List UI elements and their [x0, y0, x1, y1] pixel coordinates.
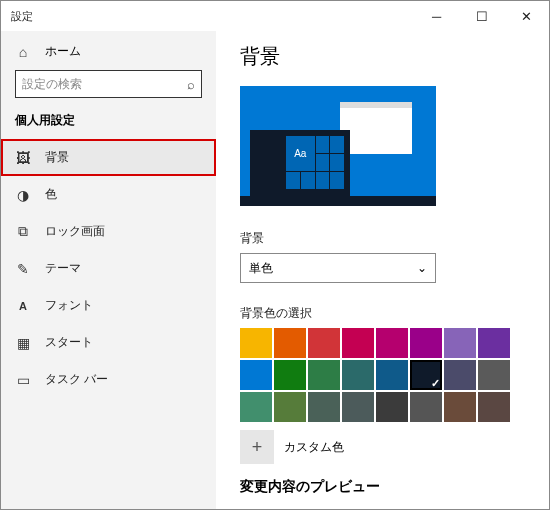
sidebar-item-label: テーマ [45, 260, 81, 277]
preview-changes-heading: 変更内容のプレビュー [240, 478, 525, 496]
sidebar-item-colors[interactable]: ◑ 色 [1, 176, 216, 213]
search-input-wrapper[interactable]: ⌕ [15, 70, 202, 98]
preview-tiles: Aa [286, 136, 344, 190]
picture-icon: 🖼 [15, 150, 31, 166]
color-swatch[interactable] [308, 328, 340, 358]
font-icon: A [15, 298, 31, 314]
maximize-button[interactable]: ☐ [459, 1, 504, 31]
color-swatch[interactable] [478, 360, 510, 390]
preview-window [340, 102, 412, 154]
taskbar-icon: ▭ [15, 372, 31, 388]
color-swatch[interactable] [478, 328, 510, 358]
minimize-button[interactable]: ─ [414, 1, 459, 31]
home-icon: ⌂ [15, 44, 31, 60]
close-button[interactable]: ✕ [504, 1, 549, 31]
chevron-down-icon: ⌄ [417, 261, 427, 275]
color-swatch[interactable] [376, 360, 408, 390]
color-swatch[interactable] [410, 360, 442, 390]
palette-icon: ◑ [15, 187, 31, 203]
background-type-dropdown[interactable]: 単色 ⌄ [240, 253, 436, 283]
color-swatch[interactable] [240, 328, 272, 358]
color-swatch[interactable] [308, 392, 340, 422]
sidebar-item-background[interactable]: 🖼 背景 [1, 139, 216, 176]
preview-sample-text: Aa [286, 136, 315, 171]
dropdown-value: 単色 [249, 260, 273, 277]
window-title: 設定 [11, 9, 33, 24]
sidebar-item-lockscreen[interactable]: ⧉ ロック画面 [1, 213, 216, 250]
lock-icon: ⧉ [15, 224, 31, 240]
sidebar-item-taskbar[interactable]: ▭ タスク バー [1, 361, 216, 398]
home-label: ホーム [45, 43, 81, 60]
sidebar-item-label: スタート [45, 334, 93, 351]
swatch-section-label: 背景色の選択 [240, 305, 525, 322]
color-swatch[interactable] [410, 328, 442, 358]
color-swatch[interactable] [342, 392, 374, 422]
titlebar: 設定 ─ ☐ ✕ [1, 1, 549, 31]
color-swatch[interactable] [308, 360, 340, 390]
plus-icon: + [240, 430, 274, 464]
color-swatch[interactable] [410, 392, 442, 422]
sidebar-section-label: 個人用設定 [1, 112, 216, 139]
home-link[interactable]: ⌂ ホーム [1, 37, 216, 70]
custom-color-button[interactable]: + カスタム色 [240, 430, 525, 464]
sidebar-item-label: フォント [45, 297, 93, 314]
color-swatch[interactable] [240, 392, 272, 422]
color-swatch[interactable] [274, 392, 306, 422]
color-swatch[interactable] [444, 328, 476, 358]
sidebar-item-label: 背景 [45, 149, 69, 166]
preview-taskbar [240, 196, 436, 206]
color-swatch[interactable] [376, 328, 408, 358]
color-swatch[interactable] [376, 392, 408, 422]
color-swatch[interactable] [444, 392, 476, 422]
search-icon: ⌕ [187, 77, 195, 92]
color-swatch[interactable] [342, 328, 374, 358]
color-swatch[interactable] [240, 360, 272, 390]
search-input[interactable] [22, 77, 187, 91]
color-swatch[interactable] [274, 328, 306, 358]
main-panel: 背景 Aa 背景 単色 ⌄ 背景色の選択 + カスタム色 [216, 31, 549, 509]
sidebar-item-themes[interactable]: ✎ テーマ [1, 250, 216, 287]
color-swatch[interactable] [478, 392, 510, 422]
sidebar-item-start[interactable]: ▦ スタート [1, 324, 216, 361]
theme-icon: ✎ [15, 261, 31, 277]
sidebar-item-fonts[interactable]: A フォント [1, 287, 216, 324]
color-swatch[interactable] [274, 360, 306, 390]
sidebar: ⌂ ホーム ⌕ 個人用設定 🖼 背景 ◑ 色 ⧉ ロック画面 ✎ [1, 31, 216, 509]
page-title: 背景 [240, 43, 525, 70]
sidebar-item-label: ロック画面 [45, 223, 105, 240]
background-field-label: 背景 [240, 230, 525, 247]
sidebar-item-label: タスク バー [45, 371, 108, 388]
desktop-preview: Aa [240, 86, 436, 206]
custom-color-label: カスタム色 [284, 439, 344, 456]
start-icon: ▦ [15, 335, 31, 351]
color-swatch-grid [240, 328, 525, 422]
sidebar-item-label: 色 [45, 186, 57, 203]
color-swatch[interactable] [342, 360, 374, 390]
color-swatch[interactable] [444, 360, 476, 390]
